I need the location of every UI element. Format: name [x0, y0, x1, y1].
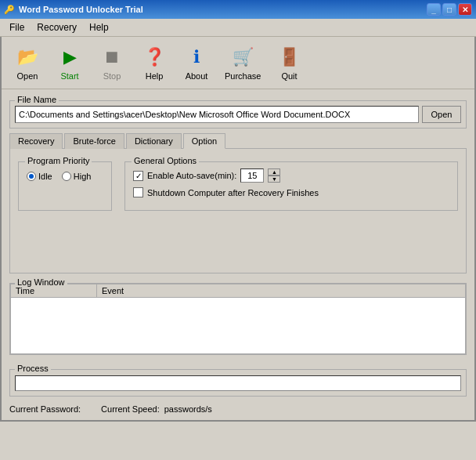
log-window-label: Log Window: [15, 277, 67, 287]
autosave-checkbox[interactable]: [133, 171, 143, 181]
shutdown-row: Shutdown Computer after Recovery Finishe…: [133, 187, 449, 197]
purchase-button[interactable]: 🛒 Purchase: [219, 42, 266, 84]
maximize-button[interactable]: □: [442, 3, 456, 16]
log-event-header: Event: [97, 284, 465, 297]
tab-brute-force[interactable]: Brute-force: [64, 133, 124, 149]
tab-content-option: Program Priority Idle High: [9, 148, 467, 273]
current-password-item: Current Password:: [9, 404, 85, 414]
window-controls: _ □ ✕: [427, 3, 472, 16]
process-label: Process: [15, 364, 51, 373]
open-label: Open: [17, 71, 38, 81]
about-button[interactable]: ℹ About: [177, 42, 216, 84]
log-section: Log Window Time Event: [2, 273, 474, 360]
autosave-row: Enable Auto-save(min): ▲ ▼: [133, 168, 449, 183]
menu-help[interactable]: Help: [83, 20, 115, 34]
priority-idle[interactable]: Idle: [27, 172, 52, 181]
main-window: 🔑 Word Password Unlocker Trial _ □ ✕ Fil…: [0, 0, 476, 422]
file-open-button[interactable]: Open: [422, 106, 461, 123]
toolbar: 📂 Open ▶ Start ⏹ Stop ❓ Help ℹ About 🛒 P: [2, 37, 474, 89]
shutdown-label: Shutdown Computer after Recovery Finishe…: [147, 188, 319, 197]
title-bar-left: 🔑 Word Password Unlocker Trial: [4, 5, 143, 15]
app-icon: 🔑: [4, 5, 15, 15]
idle-radio-circle: [27, 172, 36, 181]
log-box: Time Event: [10, 284, 466, 354]
high-radio-circle: [62, 172, 71, 181]
general-options-title: General Options: [132, 156, 199, 165]
app-title: Word Password Unlocker Trial: [19, 5, 143, 14]
quit-label: Quit: [281, 71, 297, 81]
help-button[interactable]: ❓ Help: [135, 42, 174, 84]
start-label: Start: [60, 71, 78, 81]
menu-bar: File Recovery Help: [0, 19, 476, 37]
about-icon: ℹ: [184, 45, 209, 70]
open-button[interactable]: 📂 Open: [8, 42, 47, 84]
main-area: 📂 Open ▶ Start ⏹ Stop ❓ Help ℹ About 🛒 P: [0, 37, 476, 422]
help-icon: ❓: [142, 45, 167, 70]
purchase-label: Purchase: [225, 71, 261, 81]
process-bar-outer: [15, 375, 461, 391]
spinner-down-button[interactable]: ▼: [268, 176, 280, 183]
status-section: Current Password: Current Speed: passwor…: [2, 401, 474, 420]
stop-label: Stop: [103, 71, 121, 81]
spinner-up-button[interactable]: ▲: [268, 168, 280, 176]
stop-button[interactable]: ⏹ Stop: [92, 42, 132, 84]
start-button[interactable]: ▶ Start: [50, 42, 89, 84]
minimize-button[interactable]: _: [427, 3, 441, 16]
current-speed-label: Current Speed:: [101, 404, 160, 414]
tabs-section: Recovery Brute-force Dictionary Option P…: [2, 133, 474, 273]
open-icon: 📂: [15, 45, 40, 70]
spinner-buttons: ▲ ▼: [268, 168, 280, 183]
program-priority-title: Program Priority: [25, 156, 92, 165]
close-button[interactable]: ✕: [458, 3, 472, 16]
priority-radio-row: Idle High: [27, 172, 103, 181]
stop-icon: ⏹: [99, 45, 124, 70]
about-label: About: [186, 71, 208, 81]
menu-file[interactable]: File: [3, 20, 31, 34]
quit-icon: 🚪: [276, 45, 301, 70]
program-priority-group: Program Priority Idle High: [18, 161, 112, 211]
title-bar: 🔑 Word Password Unlocker Trial _ □ ✕: [0, 0, 476, 19]
autosave-label: Enable Auto-save(min):: [147, 171, 236, 180]
log-body: [11, 298, 465, 353]
file-section: File Name Open: [2, 89, 474, 133]
file-name-label: File Name: [15, 95, 59, 104]
purchase-icon: 🛒: [230, 45, 255, 70]
menu-recovery[interactable]: Recovery: [31, 20, 83, 34]
tab-row: Recovery Brute-force Dictionary Option: [9, 133, 467, 149]
tab-option[interactable]: Option: [183, 133, 225, 149]
general-options-group: General Options Enable Auto-save(min): ▲…: [124, 161, 458, 211]
high-radio-label: High: [74, 172, 92, 181]
current-speed-value: passwords/s: [164, 404, 212, 414]
start-icon: ▶: [57, 45, 82, 70]
priority-high[interactable]: High: [62, 172, 92, 181]
tab-recovery[interactable]: Recovery: [9, 133, 63, 149]
autosave-value-input[interactable]: [240, 168, 264, 183]
file-path-input[interactable]: [15, 106, 419, 123]
option-columns: Program Priority Idle High: [18, 157, 458, 211]
quit-button[interactable]: 🚪 Quit: [269, 42, 308, 84]
help-label: Help: [146, 71, 164, 81]
current-password-label: Current Password:: [9, 404, 81, 414]
current-speed-item: Current Speed: passwords/s: [101, 404, 212, 414]
process-section: Process: [2, 360, 474, 401]
idle-radio-label: Idle: [38, 172, 52, 181]
shutdown-checkbox[interactable]: [133, 187, 143, 197]
log-header: Time Event: [11, 284, 465, 298]
tab-dictionary[interactable]: Dictionary: [126, 133, 182, 149]
